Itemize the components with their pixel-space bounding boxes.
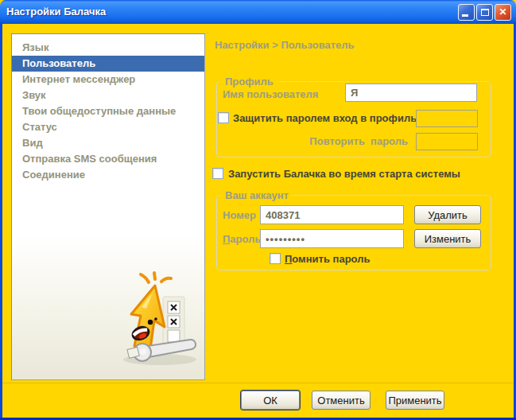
sidebar-item-view[interactable]: Вид xyxy=(12,135,204,151)
titlebar: Настройки Балачка ✕ xyxy=(0,0,516,24)
minimize-icon xyxy=(462,14,468,17)
checklist-icon xyxy=(163,297,184,344)
account-number-input[interactable] xyxy=(260,205,404,224)
maximize-icon xyxy=(481,9,489,16)
spark-icon xyxy=(141,273,171,282)
password-label: Пароль xyxy=(223,233,261,245)
arrow-mascot xyxy=(130,286,165,349)
maximize-button[interactable] xyxy=(476,4,493,21)
account-password-input[interactable] xyxy=(260,229,404,248)
profile-group-legend: Профиль xyxy=(222,76,277,88)
ok-button[interactable]: ОК xyxy=(241,391,300,410)
mascot-image xyxy=(111,270,201,368)
settings-sidebar: Язык Пользователь Интернет мессенджер Зв… xyxy=(11,33,205,380)
sidebar-item-language[interactable]: Язык xyxy=(12,40,204,56)
protect-password-label: Защитить паролем вход в профиль xyxy=(233,112,417,124)
protect-password-checkbox[interactable] xyxy=(218,112,229,123)
cancel-button[interactable]: Отменить xyxy=(312,391,371,410)
sidebar-item-public-data[interactable]: Твои общедоступные данные xyxy=(12,103,204,119)
sidebar-item-status[interactable]: Статус xyxy=(12,119,204,135)
username-input[interactable] xyxy=(345,84,477,102)
username-label: Имя пользователя xyxy=(223,88,318,100)
sidebar-item-sms[interactable]: Отправка SMS сообщения xyxy=(12,151,204,167)
footer-separator xyxy=(2,383,514,383)
sidebar-menu: Язык Пользователь Интернет мессенджер Зв… xyxy=(12,34,204,183)
repeat-password-label: Повторить пароль xyxy=(305,135,408,147)
remember-password-label: Помнить пароль xyxy=(285,253,370,265)
startup-label: Запустить Балачка во время старта систем… xyxy=(228,168,460,180)
profile-password-input xyxy=(416,110,478,127)
repeat-password-input xyxy=(416,133,478,150)
remember-password-checkbox[interactable] xyxy=(270,253,281,264)
minimize-button[interactable] xyxy=(458,4,475,21)
delete-button[interactable]: Удалить xyxy=(414,205,481,224)
change-button[interactable]: Изменить xyxy=(414,229,481,248)
close-icon: ✕ xyxy=(499,6,506,18)
window-title: Настройки Балачка xyxy=(6,0,106,23)
apply-button[interactable]: Применить xyxy=(386,391,444,410)
sidebar-item-connection[interactable]: Соединение xyxy=(12,167,204,183)
close-button[interactable]: ✕ xyxy=(495,4,511,21)
sidebar-item-messenger[interactable]: Интернет мессенджер xyxy=(12,72,204,88)
sidebar-item-sound[interactable]: Звук xyxy=(12,88,204,103)
account-group-legend: Ваш аккаунт xyxy=(222,189,292,201)
sidebar-item-user[interactable]: Пользователь xyxy=(12,56,204,72)
startup-checkbox[interactable] xyxy=(212,168,223,179)
breadcrumb: Настройки > Пользователь xyxy=(215,39,355,51)
window-border-left xyxy=(0,22,2,420)
number-label: Номер xyxy=(223,209,256,221)
settings-window: Настройки Балачка ✕ Язык Пользователь Ин… xyxy=(0,0,516,420)
